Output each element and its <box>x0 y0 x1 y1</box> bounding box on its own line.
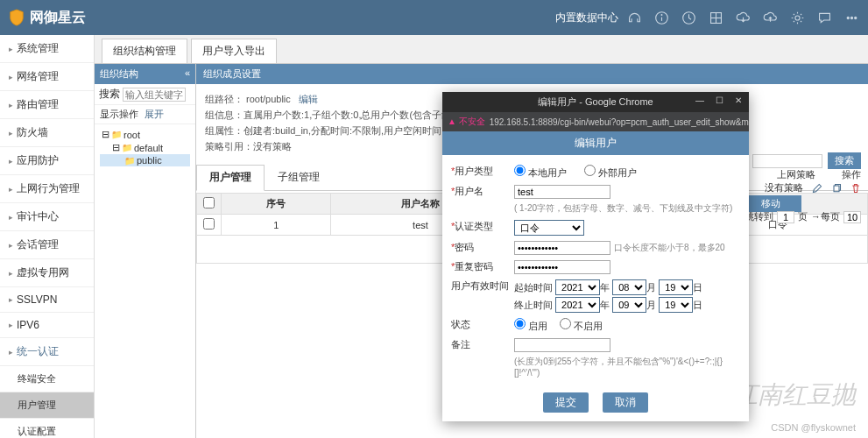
sidebar-item-firewall[interactable]: ▸防火墙 <box>0 119 94 147</box>
dialog-body: *用户类型 本地用户 外部用户 *用户名 ( 1-20字符，包括字母、数字、减号… <box>442 155 749 387</box>
name-filter-input[interactable] <box>752 154 822 168</box>
sidebar-item-app-protect[interactable]: ▸应用防护 <box>0 147 94 175</box>
cloud-down-icon[interactable] <box>736 11 751 25</box>
tree-search-input[interactable] <box>123 88 186 102</box>
sidebar-item-network-mgmt[interactable]: ▸网络管理 <box>0 63 94 91</box>
search-button[interactable]: 搜索 <box>828 152 861 169</box>
input-user-name[interactable] <box>514 185 610 199</box>
radio-disable[interactable]: 不启用 <box>560 318 603 333</box>
sidebar-item-label: 会话管理 <box>17 237 59 252</box>
col-seq: 序号 <box>222 194 331 215</box>
edit-icon[interactable] <box>812 183 822 194</box>
sidebar-item-endpoint[interactable]: 终端安全 <box>0 366 94 392</box>
sel-start-year[interactable]: 2021 <box>555 279 600 295</box>
lbl-end-time: 终止时间 <box>514 300 553 310</box>
sidebar-item-ipv6[interactable]: ▸IPV6 <box>0 313 94 338</box>
col-op: 操作 <box>842 168 861 181</box>
page-tabs: 组织结构管理 用户导入导出 <box>95 35 868 64</box>
svg-point-10 <box>855 17 857 18</box>
cloud-up-icon[interactable] <box>763 11 778 25</box>
input-password2[interactable] <box>514 260 610 274</box>
chrome-min-icon[interactable]: — <box>691 94 709 106</box>
select-all-checkbox[interactable] <box>203 197 215 208</box>
input-remark[interactable] <box>514 338 610 352</box>
tree-expand-link[interactable]: 展开 <box>145 109 164 119</box>
lbl-password: 密码 <box>455 242 474 252</box>
pager-page-input[interactable] <box>777 211 794 223</box>
chat-icon[interactable] <box>817 11 832 25</box>
tree-node-root[interactable]: ⊟📁root <box>100 128 190 141</box>
sel-start-month[interactable]: 08 <box>612 279 646 295</box>
col-policy: 上网策略 <box>777 168 815 181</box>
header-icons <box>627 11 859 25</box>
pager-per-input[interactable] <box>843 211 861 223</box>
tree-node-default[interactable]: ⊟📁default <box>100 141 190 154</box>
path-edit-link[interactable]: 编辑 <box>299 94 318 104</box>
tree-expand-icon[interactable]: ⊟ <box>112 142 120 153</box>
tab-org-structure[interactable]: 组织结构管理 <box>102 39 187 63</box>
info-icon[interactable] <box>654 11 669 25</box>
copy-icon[interactable] <box>831 183 842 194</box>
dots-icon[interactable] <box>844 11 859 25</box>
data-center-link[interactable]: 内置数据中心 <box>555 11 618 25</box>
sidebar-item-auth-config[interactable]: 认证配置 <box>0 419 94 438</box>
sidebar-item-user-mgmt[interactable]: 用户管理 <box>0 392 94 419</box>
hint-password: 口令长度不能小于8，最多20 <box>614 242 725 254</box>
tree-actions: 显示操作 展开 <box>95 105 195 124</box>
tree-node-label: root <box>123 130 140 140</box>
tab-import-export[interactable]: 用户导入导出 <box>191 39 277 63</box>
delete-icon[interactable] <box>850 183 861 194</box>
radio-enable[interactable]: 启用 <box>514 318 547 333</box>
pager-per-label: →每页 <box>811 210 840 223</box>
sel-end-month[interactable]: 09 <box>612 297 646 313</box>
tree-node-public[interactable]: 📁public <box>100 154 190 166</box>
sidebar-item-label: 系统管理 <box>17 41 59 56</box>
sidebar-item-sslvpn[interactable]: ▸SSLVPN <box>0 287 94 313</box>
sidebar-item-route-mgmt[interactable]: ▸路由管理 <box>0 91 94 119</box>
cell-seq: 1 <box>222 215 331 236</box>
sidebar-item-audit[interactable]: ▸审计中心 <box>0 203 94 231</box>
sidebar: ▸系统管理▸网络管理▸路由管理▸防火墙▸应用防护▸上网行为管理▸审计中心▸会话管… <box>0 35 95 438</box>
sidebar-item-internet-behavior[interactable]: ▸上网行为管理 <box>0 175 94 203</box>
sidebar-item-session[interactable]: ▸会话管理 <box>0 231 94 259</box>
chrome-title-text: 编辑用户 - Google Chrome <box>538 96 653 107</box>
lbl-status: 状态 <box>451 319 470 329</box>
svg-rect-11 <box>834 186 839 192</box>
chevron-icon: ▸ <box>9 269 13 278</box>
grid-icon[interactable] <box>709 11 723 25</box>
svg-point-9 <box>850 17 852 18</box>
chrome-titlebar: 编辑用户 - Google Chrome — ☐ ✕ <box>442 92 749 112</box>
org-tree-panel: 组织结构 « 搜索 显示操作 展开 ⊟📁root⊟📁default📁public <box>95 64 196 438</box>
radio-external-user[interactable]: 外部用户 <box>584 165 637 180</box>
chrome-url-bar: ▲ 不安全 192.168.5.1:8889/cgi-bin/webui?op=… <box>442 112 749 131</box>
clock-icon[interactable] <box>681 11 696 25</box>
sel-end-day[interactable]: 19 <box>659 297 693 313</box>
chrome-max-icon[interactable]: ☐ <box>710 94 728 106</box>
gear-icon[interactable] <box>790 11 805 25</box>
row-checkbox[interactable] <box>203 218 215 230</box>
subtab-user-mgmt[interactable]: 用户管理 <box>196 165 265 191</box>
svg-point-2 <box>661 14 662 15</box>
subtab-subgroup-mgmt[interactable]: 子组管理 <box>265 165 333 190</box>
select-auth-type[interactable]: 口令 <box>514 220 584 236</box>
sel-start-day[interactable]: 19 <box>659 279 693 295</box>
sidebar-item-system-mgmt[interactable]: ▸系统管理 <box>0 35 94 63</box>
folder-icon: 📁 <box>122 143 132 152</box>
headset-icon[interactable] <box>627 11 642 25</box>
tree-expand-icon[interactable]: ⊟ <box>102 129 109 140</box>
tree-collapse-icon[interactable]: « <box>185 67 190 81</box>
submit-button[interactable]: 提交 <box>543 392 589 413</box>
cancel-button[interactable]: 取消 <box>603 392 648 413</box>
sidebar-item-unified-auth[interactable]: ▸统一认证 <box>0 338 94 366</box>
tree-node-label: public <box>137 155 162 166</box>
chrome-url-text: 192.168.5.1:8889/cgi-bin/webui?op=pcm_au… <box>490 117 749 127</box>
input-password[interactable] <box>514 241 610 255</box>
pager-page-suffix: 页 <box>798 210 808 223</box>
radio-local-user[interactable]: 本地用户 <box>514 165 567 180</box>
logo-text: 网御星云 <box>30 9 86 27</box>
sel-end-year[interactable]: 2021 <box>555 297 600 313</box>
sidebar-item-vpn[interactable]: ▸虚拟专用网 <box>0 259 94 287</box>
sidebar-item-label: 网络管理 <box>17 69 59 84</box>
chevron-icon: ▸ <box>9 348 13 357</box>
chrome-close-icon[interactable]: ✕ <box>730 94 747 106</box>
